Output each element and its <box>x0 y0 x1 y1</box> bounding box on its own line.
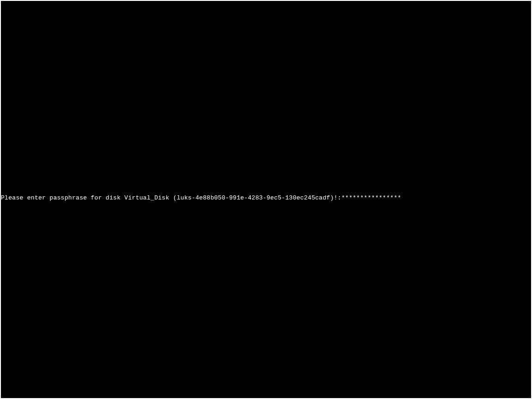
passphrase-prompt: Please enter passphrase for disk Virtual… <box>1 194 341 201</box>
boot-console: Please enter passphrase for disk Virtual… <box>1 1 531 398</box>
passphrase-input[interactable] <box>341 194 480 201</box>
